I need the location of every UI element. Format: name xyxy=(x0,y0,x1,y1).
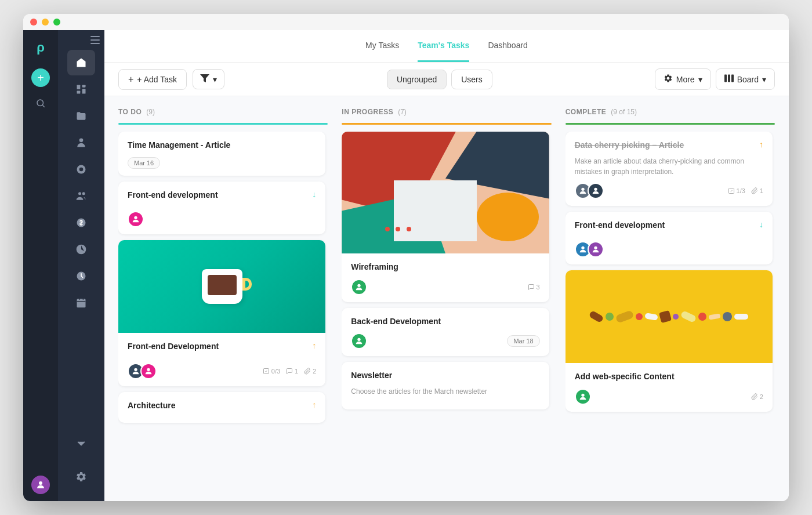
main-content: My Tasks Team's Tasks Dashboard + + Add … xyxy=(104,30,789,501)
minimize-button[interactable] xyxy=(42,19,49,26)
nav-tabs: My Tasks Team's Tasks Dashboard xyxy=(337,30,556,62)
card-data-cherry-avatars xyxy=(575,183,600,199)
sidebar-item-time[interactable] xyxy=(67,263,95,289)
logo-area: ρ xyxy=(30,37,51,58)
sidebar-item-team[interactable] xyxy=(67,183,95,209)
sidebar-item-analytics[interactable] xyxy=(67,237,95,262)
card-frontend-complete[interactable]: Front-end development ↓ xyxy=(566,212,773,265)
svg-rect-8 xyxy=(77,91,81,94)
close-button[interactable] xyxy=(30,19,37,26)
card-data-cherry-desc: Make an article about data cherry-pickin… xyxy=(575,156,763,177)
card-data-cherry-content: Data cherry picking – Article ↑ Make an … xyxy=(566,132,773,206)
card-backend-dev[interactable]: Back-end Development Mar 18 xyxy=(342,308,549,357)
toolbar-left: + + Add Task ▾ xyxy=(118,69,224,90)
user-avatar[interactable] xyxy=(31,476,50,494)
art-dots xyxy=(383,225,413,235)
card-architecture[interactable]: Architecture ↑ xyxy=(118,392,325,423)
svg-rect-6 xyxy=(77,85,81,90)
card-time-management-title: Time Management - Article xyxy=(128,140,316,151)
meta-attachment-value: 2 xyxy=(313,368,316,375)
card-backend-dev-tag: Mar 18 xyxy=(507,335,539,347)
card-architecture-title: Architecture xyxy=(128,400,175,412)
card-wireframing[interactable]: Wireframing xyxy=(342,132,549,302)
sidebar-item-users[interactable] xyxy=(67,130,95,155)
board-area: TO DO (9) Time Management - Article Mar … xyxy=(104,96,789,501)
snack-2 xyxy=(606,313,614,321)
sidebar-item-settings[interactable] xyxy=(67,464,95,489)
card-data-cherry-header: Data cherry picking – Article ↑ xyxy=(575,140,763,156)
card-time-management[interactable]: Time Management - Article Mar 16 xyxy=(118,132,325,176)
meta-attachment-cherry-value: 1 xyxy=(760,187,763,194)
snack-8 xyxy=(680,310,697,323)
card-data-cherry-title: Data cherry picking – Article xyxy=(575,140,684,151)
avatar-green-back xyxy=(351,333,367,349)
sidebar-item-watch[interactable] xyxy=(67,157,95,182)
filter-button[interactable]: ▾ xyxy=(193,69,224,89)
sidebar-item-board[interactable] xyxy=(67,77,95,102)
add-task-label: + Add Task xyxy=(137,75,177,84)
priority-up-icon-cherry: ↑ xyxy=(759,140,763,149)
meta-comment-wire: 3 xyxy=(528,284,540,291)
card-frontend-dev-title: Front-end development xyxy=(128,190,218,201)
column-todo-header: TO DO (9) xyxy=(118,108,328,116)
priority-down-icon: ↓ xyxy=(312,190,316,199)
sidebar-item-folders[interactable] xyxy=(67,103,95,129)
card-frontend-dev-2-header: Front-end Development ↑ xyxy=(128,341,316,357)
svg-point-21 xyxy=(134,216,137,219)
card-frontend-dev[interactable]: Front-end development ↓ xyxy=(118,182,325,235)
card-frontend-dev-2-footer: 0/3 1 2 xyxy=(128,363,316,379)
tab-dashboard[interactable]: Dashboard xyxy=(488,30,528,62)
toolbar-center: Ungrouped Users xyxy=(387,70,492,89)
svg-rect-3 xyxy=(90,36,100,37)
svg-point-22 xyxy=(134,368,137,371)
filter-icon xyxy=(200,74,209,84)
card-frontend-dev-2[interactable]: Front-end Development ↑ xyxy=(118,240,325,386)
sidebar-item-billing[interactable] xyxy=(67,210,95,235)
add-task-button[interactable]: + + Add Task xyxy=(118,69,187,90)
sidebar-narrow-bottom xyxy=(31,476,50,494)
card-data-cherry[interactable]: Data cherry picking – Article ↑ Make an … xyxy=(566,132,773,206)
card-wireframing-title: Wireframing xyxy=(351,262,539,273)
column-complete-count: (9 of 15) xyxy=(611,108,637,116)
card-wireframing-footer: 3 xyxy=(351,279,539,295)
svg-point-10 xyxy=(79,139,84,143)
search-icon[interactable] xyxy=(30,93,51,114)
column-inprogress-count: (7) xyxy=(398,108,407,116)
card-frontend-dev-content: Front-end development ↓ xyxy=(118,182,325,235)
card-newsletter[interactable]: Newsletter Choose the articles for the M… xyxy=(342,362,549,409)
meta-attachment-cherry: 1 xyxy=(751,187,763,194)
card-backend-dev-avatars xyxy=(351,333,364,349)
sidebar-item-calendar[interactable] xyxy=(67,290,95,315)
card-newsletter-title: Newsletter xyxy=(351,370,539,382)
art-dot-3 xyxy=(407,227,411,231)
card-frontend-complete-title: Front-end development xyxy=(575,220,665,231)
card-web-content-footer: 2 xyxy=(575,389,763,405)
maximize-button[interactable] xyxy=(53,19,60,26)
board-view-button[interactable]: Board ▾ xyxy=(716,68,775,90)
sidebar-narrow: ρ + xyxy=(23,30,58,501)
card-architecture-header: Architecture ↑ xyxy=(128,400,316,416)
card-architecture-content: Architecture ↑ xyxy=(118,392,325,423)
users-button[interactable]: Users xyxy=(451,70,492,89)
svg-rect-5 xyxy=(90,43,100,44)
sidebar-collapse[interactable] xyxy=(58,36,104,44)
card-wireframing-meta: 3 xyxy=(528,284,540,291)
board-label: Board xyxy=(737,75,759,84)
card-web-content[interactable]: Add web-specific Content xyxy=(566,270,773,412)
tab-my-tasks[interactable]: My Tasks xyxy=(365,30,399,62)
toolbar: + + Add Task ▾ Ungrouped Users xyxy=(104,63,789,96)
ungrouped-button[interactable]: Ungrouped xyxy=(387,70,447,89)
add-button[interactable]: + xyxy=(31,68,50,87)
sidebar-item-expand[interactable] xyxy=(67,431,95,457)
snack-10 xyxy=(709,314,721,320)
gear-icon xyxy=(664,74,673,85)
more-button[interactable]: More ▾ xyxy=(655,68,711,90)
svg-rect-18 xyxy=(724,75,727,82)
priority-up-icon-arch: ↑ xyxy=(312,400,316,409)
tab-teams-tasks[interactable]: Team's Tasks xyxy=(418,30,469,62)
meta-comment-value: 1 xyxy=(295,368,298,375)
plus-icon: + xyxy=(128,74,133,85)
meta-attachment-web: 2 xyxy=(751,393,763,400)
column-inprogress-cards: Wireframing xyxy=(342,132,551,489)
sidebar-item-home[interactable] xyxy=(67,50,95,75)
